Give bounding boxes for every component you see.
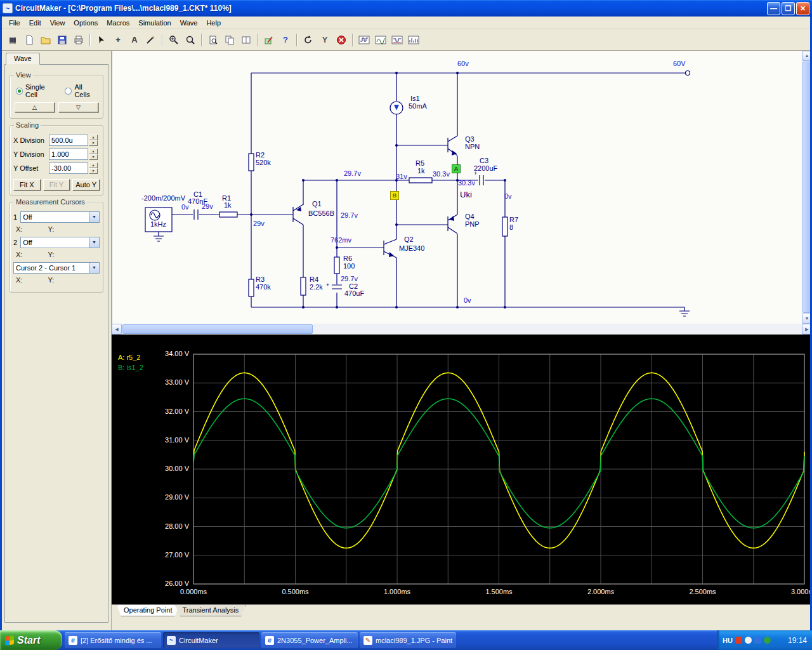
chevron-down-icon[interactable]: ▼ [89,263,99,273]
auto-y-button[interactable]: Auto Y [72,179,100,190]
security-alert-icon[interactable] [735,637,742,644]
capacitor-C2[interactable]: + [326,282,342,289]
probe-edit-icon[interactable] [261,32,277,48]
tab-operating-point[interactable]: Operating Point [117,605,179,616]
rerun-icon[interactable] [301,32,316,48]
menu-simulation[interactable]: Simulation [134,18,175,28]
circuit-label: Uki [460,190,472,199]
capacitor-C1[interactable] [194,209,198,220]
arrow-tool-icon[interactable] [94,32,109,48]
single-cell-label: Single Cell [25,83,58,98]
menu-edit[interactable]: Edit [25,18,46,28]
probe-marker-b[interactable]: B [390,191,399,200]
circuit-label: 60v [457,60,469,67]
taskbar-task[interactable]: 2N3055_Power_Ampli... [261,632,358,648]
mixed-scope-icon[interactable] [390,32,405,48]
network-icon[interactable] [754,637,761,644]
resistor-R2[interactable] [249,154,254,171]
taskbar-task[interactable]: CircuitMaker [163,632,259,648]
terminal-60V[interactable] [686,71,690,76]
transistor-Q4[interactable] [448,215,457,234]
y-offset-spinner[interactable]: ▲▼ [89,162,98,174]
save-icon[interactable] [55,32,70,48]
schematic-canvas[interactable]: + + 60v60VIs150mAQ3NPNR2520kR51kC32200uF… [112,51,802,324]
menu-file[interactable]: File [4,18,25,28]
transistor-Q2[interactable] [384,239,396,258]
capacitor-C3[interactable]: + [474,170,483,185]
resistor-R6[interactable] [334,257,339,274]
x-division-input[interactable]: 500.0u [49,135,88,146]
restore-button[interactable]: ❐ [782,2,795,15]
minimize-button[interactable]: — [767,2,780,15]
analog-scope-icon[interactable] [373,32,388,48]
volume-icon[interactable] [745,637,752,644]
storage-scope-icon[interactable] [406,32,421,48]
menu-wave[interactable]: Wave [176,18,202,28]
plus-tool-icon[interactable]: + [110,32,126,48]
y-division-input[interactable]: 1.000 [49,149,88,160]
svg-text:+: + [326,282,329,288]
y-division-spinner[interactable]: ▲▼ [89,149,98,160]
antivirus-icon[interactable] [764,637,771,644]
waveform-panel[interactable]: A: r5_2B: is1_2 34.00 V33.00 V32.00 V31.… [112,335,812,604]
wave-panel-tab[interactable]: Wave [6,53,40,65]
help-icon[interactable]: ? [278,32,293,48]
digital-scope-icon[interactable] [357,32,372,48]
circuit-label: MJE340 [399,244,424,252]
split-view-icon[interactable] [239,32,254,48]
text-tool-icon[interactable]: A [127,32,142,48]
transistor-Q1[interactable] [293,204,303,225]
menu-help[interactable]: Help [202,18,225,28]
taskbar-task[interactable]: [2] Erősítő mindig és ... [65,632,161,648]
scroll-left-arrow[interactable]: ◀ [112,324,122,335]
cursor2-select[interactable]: Off ▼ [20,237,100,248]
x-division-spinner[interactable]: ▲▼ [89,135,98,146]
horizontal-scroll-thumb[interactable] [122,324,313,334]
cursor1-select[interactable]: Off ▼ [20,211,100,223]
chevron-down-icon[interactable]: ▼ [89,212,99,222]
menu-macros[interactable]: Macros [102,18,134,28]
find-page-icon[interactable] [206,32,221,48]
language-indicator[interactable]: HU [723,637,733,644]
zoom-select-icon[interactable] [183,32,198,48]
circuit-label: 29.7v [341,211,358,219]
resistor-R5[interactable] [409,178,432,183]
horizontal-scrollbar[interactable]: ◀ ▶ [112,324,812,335]
start-button[interactable]: Start [0,630,62,650]
y-offset-input[interactable]: -30.00 [49,162,88,174]
circuit-label: 2.2k [310,283,323,291]
probe-marker-a[interactable]: A [452,164,461,173]
new-file-icon[interactable] [22,32,37,48]
stop-simulation-icon[interactable] [334,32,349,48]
resistor-R4[interactable] [301,277,306,295]
open-folder-icon[interactable] [38,32,53,48]
scroll-down-button[interactable]: ▽ [58,102,98,112]
circuitmaker-icon [167,636,176,645]
cursor-diff-select[interactable]: Cursor 2 - Cursor 1 ▼ [13,262,100,274]
wire-tool-icon[interactable] [143,32,159,48]
ic-chip-icon[interactable] [5,32,20,48]
multi-page-icon[interactable] [222,32,237,48]
tab-transient-analysis[interactable]: Transient Analysis [175,605,246,616]
resistor-R3[interactable] [249,279,254,296]
signal-source-Vin[interactable] [145,208,172,232]
probe-tool-icon[interactable]: Y [317,32,332,48]
all-cells-radio[interactable] [65,88,72,95]
scroll-up-button[interactable]: △ [15,102,55,112]
fit-x-button[interactable]: Fit X [13,179,41,190]
single-cell-radio[interactable] [16,88,23,95]
menu-view[interactable]: View [46,18,70,28]
transistor-Q3[interactable] [448,136,457,156]
resistor-R1[interactable] [219,212,237,217]
zoom-in-icon[interactable] [166,32,181,48]
chevron-down-icon[interactable]: ▼ [89,237,99,248]
circuit-label: 1k [417,167,425,175]
resistor-R7[interactable] [502,217,508,236]
print-icon[interactable] [71,32,86,48]
menu-options[interactable]: Options [69,18,102,28]
close-button[interactable]: ✕ [796,2,809,15]
cursor2-x-label: X: [16,251,22,258]
taskbar-task[interactable]: mclaci989_1.JPG - Paint [360,632,456,648]
title-bar[interactable]: ~ CircuitMaker - [C:\Program Files\...\m… [0,0,812,17]
current-source-Is1[interactable] [390,102,403,114]
